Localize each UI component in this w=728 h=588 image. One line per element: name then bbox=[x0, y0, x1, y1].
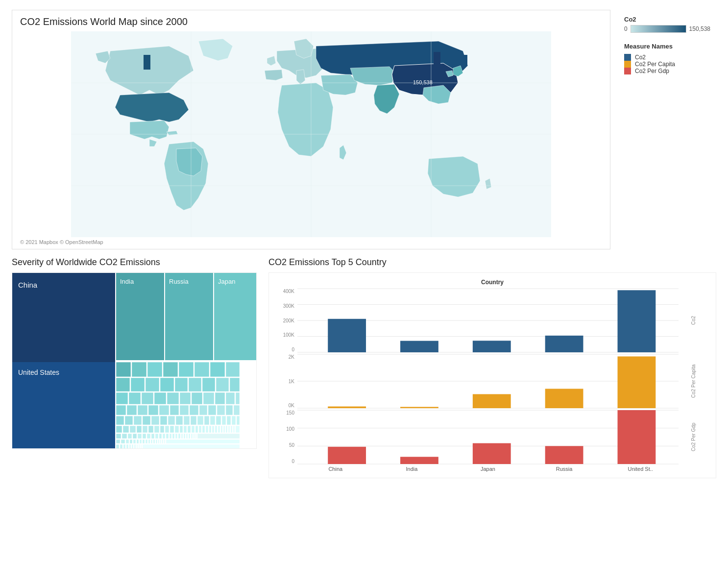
x-label-russia: Russia bbox=[526, 466, 603, 472]
svg-rect-70 bbox=[184, 416, 190, 425]
svg-rect-38 bbox=[116, 392, 128, 404]
svg-rect-121 bbox=[166, 434, 169, 439]
svg-rect-129 bbox=[189, 434, 190, 439]
gdp-bar-us bbox=[618, 410, 656, 464]
gdp-y-label: Co2 Per Gdp bbox=[679, 410, 708, 464]
svg-rect-97 bbox=[202, 426, 205, 433]
svg-rect-90 bbox=[175, 426, 179, 433]
gradient-bar-row: 0 150,538 bbox=[624, 25, 710, 33]
barchart-panel: CO2 Emissions Top 5 Country Country 400K… bbox=[268, 257, 716, 478]
co2-bar-russia bbox=[545, 336, 583, 352]
svg-rect-58 bbox=[208, 405, 216, 415]
svg-rect-32 bbox=[160, 378, 174, 392]
svg-rect-158 bbox=[134, 444, 136, 449]
co2-tick-300k: 300K bbox=[283, 303, 294, 309]
legend-swatch bbox=[624, 61, 631, 68]
svg-rect-108 bbox=[233, 426, 235, 433]
svg-rect-54 bbox=[170, 405, 179, 415]
svg-rect-26 bbox=[194, 362, 209, 377]
svg-rect-42 bbox=[167, 392, 179, 404]
svg-rect-45 bbox=[203, 392, 214, 404]
svg-rect-99 bbox=[209, 426, 211, 433]
svg-rect-151 bbox=[166, 440, 240, 443]
svg-rect-22 bbox=[132, 362, 146, 377]
svg-rect-63 bbox=[125, 416, 133, 425]
legend-item-label: Co2 Per Gdp bbox=[635, 68, 669, 74]
svg-rect-102 bbox=[218, 426, 220, 433]
measure-names-legend: Measure Names Co2 Co2 Per Capita Co2 Per… bbox=[624, 43, 710, 74]
svg-rect-111 bbox=[122, 434, 127, 439]
co2-bar-india bbox=[400, 341, 438, 352]
svg-rect-43 bbox=[180, 392, 191, 404]
svg-rect-60 bbox=[226, 405, 233, 415]
legend-item-co2: Co2 bbox=[624, 54, 710, 61]
svg-rect-71 bbox=[191, 416, 196, 425]
svg-rect-4 bbox=[144, 55, 150, 70]
svg-rect-57 bbox=[199, 405, 207, 415]
svg-rect-36 bbox=[216, 378, 229, 392]
svg-rect-39 bbox=[129, 392, 141, 404]
svg-rect-148 bbox=[160, 440, 161, 443]
world-map-svg: 150,538 bbox=[20, 31, 602, 237]
top-section: CO2 Emissions World Map since 2000 bbox=[12, 10, 716, 249]
svg-rect-118 bbox=[155, 434, 158, 439]
co2-legend-title: Co2 bbox=[624, 16, 710, 23]
svg-rect-126 bbox=[181, 434, 183, 439]
svg-rect-67 bbox=[160, 416, 167, 425]
treemap-title: Severity of Worldwide CO2 Emissions bbox=[12, 257, 257, 268]
gdp-bar-china bbox=[328, 447, 366, 464]
svg-rect-23 bbox=[147, 362, 162, 377]
capita-bar-japan bbox=[473, 394, 511, 408]
svg-rect-124 bbox=[175, 434, 177, 439]
co2-bars-svg bbox=[297, 289, 679, 352]
treemap-panel: Severity of Worldwide CO2 Emissions Chin… bbox=[12, 257, 257, 449]
svg-rect-115 bbox=[143, 434, 146, 439]
svg-rect-66 bbox=[151, 416, 159, 425]
svg-rect-133 bbox=[197, 434, 240, 439]
barchart-container: Country 400K 300K 200K 100K 0 bbox=[268, 272, 716, 478]
svg-rect-48 bbox=[236, 392, 240, 404]
x-label-us: United St.. bbox=[602, 466, 679, 472]
gdp-bars-svg bbox=[297, 410, 679, 464]
x-axis-labels: China India Japan Russia United St.. bbox=[297, 466, 679, 472]
map-panel: CO2 Emissions World Map since 2000 bbox=[12, 10, 610, 249]
page-container: CO2 Emissions World Map since 2000 bbox=[0, 0, 728, 488]
gradient-max-label: 150,538 bbox=[689, 25, 710, 32]
svg-rect-140 bbox=[140, 440, 142, 443]
svg-rect-125 bbox=[178, 434, 180, 439]
measure-names-title: Measure Names bbox=[624, 43, 710, 50]
svg-rect-33 bbox=[175, 378, 188, 392]
legend-panel: Co2 0 150,538 Measure Names Co2 Co2 Per … bbox=[618, 10, 716, 80]
map-credit: © 2021 Mapbox © OpenStreetMap bbox=[20, 239, 602, 245]
svg-rect-80 bbox=[116, 426, 122, 433]
svg-rect-119 bbox=[159, 434, 162, 439]
svg-rect-114 bbox=[138, 434, 142, 439]
capita-bars-svg bbox=[297, 354, 679, 408]
capita-tick-2k: 2K bbox=[289, 354, 294, 360]
gdp-bar-india bbox=[400, 457, 438, 464]
svg-rect-162 bbox=[143, 444, 240, 449]
capita-tick-0k: 0K bbox=[289, 403, 294, 408]
gdp-bar-japan bbox=[473, 443, 511, 465]
svg-text:China: China bbox=[18, 281, 38, 289]
svg-rect-110 bbox=[116, 434, 121, 439]
capita-y-label: Co2 Per Capita bbox=[679, 354, 708, 408]
svg-rect-147 bbox=[158, 440, 159, 443]
svg-rect-56 bbox=[190, 405, 198, 415]
svg-rect-86 bbox=[154, 426, 159, 433]
svg-rect-55 bbox=[180, 405, 189, 415]
gdp-bar-russia bbox=[545, 446, 583, 464]
capita-bar-india bbox=[400, 407, 438, 408]
svg-rect-135 bbox=[121, 440, 125, 443]
svg-rect-109 bbox=[236, 426, 240, 433]
svg-rect-29 bbox=[116, 378, 130, 392]
svg-rect-35 bbox=[202, 378, 215, 392]
svg-rect-161 bbox=[141, 444, 142, 449]
svg-rect-130 bbox=[191, 434, 193, 439]
svg-rect-77 bbox=[227, 416, 231, 425]
svg-rect-105 bbox=[226, 426, 227, 433]
svg-text:Japan: Japan bbox=[218, 278, 235, 285]
svg-rect-47 bbox=[226, 392, 235, 404]
svg-rect-50 bbox=[127, 405, 137, 415]
svg-rect-160 bbox=[139, 444, 140, 449]
